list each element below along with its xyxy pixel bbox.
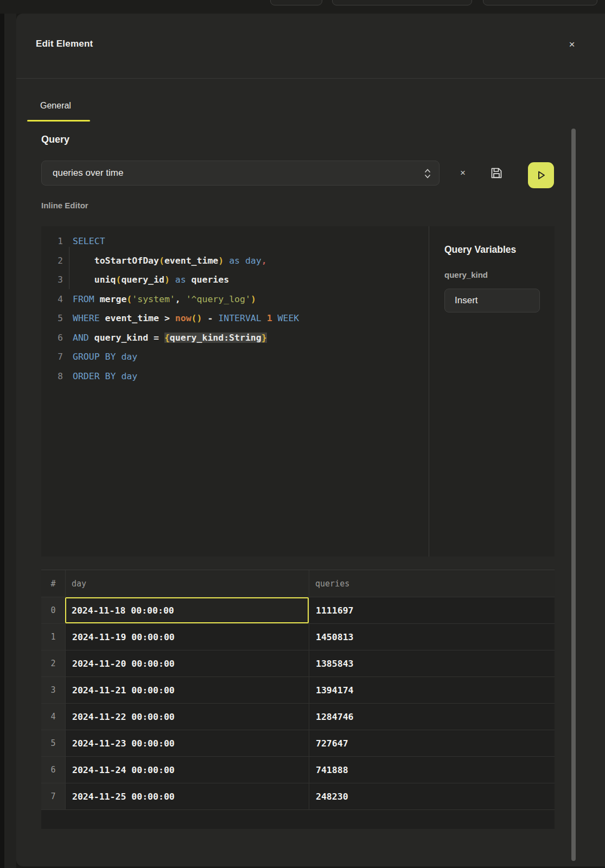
queries-cell[interactable]: 248230 xyxy=(309,783,555,809)
code-line[interactable]: 7GROUP BY day xyxy=(41,347,429,367)
row-index-cell: 7 xyxy=(41,783,65,809)
day-cell[interactable]: 2024-11-24 00:00:00 xyxy=(65,757,309,783)
modal-scrollbar[interactable] xyxy=(571,129,576,861)
row-index-cell: 6 xyxy=(41,757,65,783)
row-index-cell: 2 xyxy=(41,650,65,676)
code-line[interactable]: 5WHERE event_time > now() - INTERVAL 1 W… xyxy=(41,309,429,328)
query-variables-panel: Query Variables query_kind Insert xyxy=(429,226,555,557)
code-text: WHERE event_time > now() - INTERVAL 1 WE… xyxy=(63,313,299,323)
sql-editor: 1SELECT2 toStartOfDay(event_time) as day… xyxy=(41,226,555,557)
day-cell[interactable]: 2024-11-19 00:00:00 xyxy=(65,624,309,650)
code-text: AND query_kind = {query_kind:String} xyxy=(63,333,267,343)
table-row: 02024-11-18 00:00:001111697 xyxy=(41,597,555,624)
code-line[interactable]: 6AND query_kind = {query_kind:String} xyxy=(41,328,429,348)
row-index-cell: 3 xyxy=(41,677,65,703)
day-cell[interactable]: 2024-11-23 00:00:00 xyxy=(65,730,309,756)
code-text: FROM merge('system', '^query_log') xyxy=(63,294,256,304)
modal-title: Edit Element xyxy=(36,39,93,49)
line-number: 4 xyxy=(41,294,63,304)
queries-cell[interactable]: 727647 xyxy=(309,730,555,756)
insert-button-label: Insert xyxy=(455,295,478,306)
code-line[interactable]: 8ORDER BY day xyxy=(41,367,429,386)
table-row: 52024-11-23 00:00:00727647 xyxy=(41,730,555,757)
background-toolbar-button xyxy=(483,0,597,5)
row-index-cell: 1 xyxy=(41,624,65,650)
clear-query-icon[interactable]: × xyxy=(457,167,469,179)
results-table-header: # day queries xyxy=(41,570,555,597)
table-row: 72024-11-25 00:00:00248230 xyxy=(41,783,555,810)
line-number: 8 xyxy=(41,371,63,381)
queries-cell[interactable]: 1385843 xyxy=(309,650,555,676)
save-icon[interactable] xyxy=(489,166,504,180)
tab-general-label: General xyxy=(40,101,71,111)
line-number: 5 xyxy=(41,313,63,323)
table-row: 42024-11-22 00:00:001284746 xyxy=(41,704,555,730)
run-query-button[interactable] xyxy=(528,162,554,188)
code-text: uniq(query_id) as queries xyxy=(63,275,229,285)
code-text: SELECT xyxy=(63,236,105,246)
table-row: 22024-11-20 00:00:001385843 xyxy=(41,650,555,677)
code-line[interactable]: 1SELECT xyxy=(41,232,429,251)
indent-guide xyxy=(69,247,69,289)
code-line[interactable]: 3 uniq(query_id) as queries xyxy=(41,270,429,290)
inline-editor-label: Inline Editor xyxy=(41,201,88,210)
column-header-queries: queries xyxy=(309,570,555,597)
line-number: 1 xyxy=(41,236,63,246)
sql-code-area[interactable]: 1SELECT2 toStartOfDay(event_time) as day… xyxy=(41,226,429,557)
queries-cell[interactable]: 1450813 xyxy=(309,624,555,650)
code-line[interactable]: 2 toStartOfDay(event_time) as day, xyxy=(41,251,429,271)
line-number: 7 xyxy=(41,352,63,362)
column-header-day: day xyxy=(65,570,309,597)
results-table-body: 02024-11-18 00:00:00111169712024-11-19 0… xyxy=(41,597,555,810)
edit-element-modal: Edit Element × General Query queries ove… xyxy=(16,14,605,866)
day-cell-selected[interactable]: 2024-11-18 00:00:00 xyxy=(65,597,309,623)
code-text: toStartOfDay(event_time) as day, xyxy=(63,256,267,266)
query-select[interactable]: queries over time xyxy=(41,161,440,186)
code-text: GROUP BY day xyxy=(63,352,137,362)
queries-cell[interactable]: 1394174 xyxy=(309,677,555,703)
modal-header: Edit Element × xyxy=(16,14,605,79)
tab-general[interactable]: General xyxy=(27,90,84,122)
day-cell[interactable]: 2024-11-21 00:00:00 xyxy=(65,677,309,703)
queries-cell[interactable]: 1111697 xyxy=(309,597,555,623)
page-background xyxy=(4,14,16,868)
query-variables-heading: Query Variables xyxy=(444,244,540,256)
background-toolbar-button xyxy=(332,0,472,5)
screen: Edit Element × General Query queries ove… xyxy=(0,0,605,868)
query-select-value: queries over time xyxy=(53,168,424,178)
row-index-cell: 4 xyxy=(41,704,65,730)
query-section-heading: Query xyxy=(41,134,69,145)
day-cell[interactable]: 2024-11-25 00:00:00 xyxy=(65,783,309,809)
results-table: # day queries 02024-11-18 00:00:00111169… xyxy=(41,570,555,829)
code-line[interactable]: 4FROM merge('system', '^query_log') xyxy=(41,290,429,309)
page-edge xyxy=(0,14,4,868)
tab-active-indicator xyxy=(27,120,90,122)
queries-cell[interactable]: 741888 xyxy=(309,757,555,783)
day-cell[interactable]: 2024-11-20 00:00:00 xyxy=(65,650,309,676)
variable-name-label: query_kind xyxy=(444,270,540,279)
table-row: 62024-11-24 00:00:00741888 xyxy=(41,757,555,783)
close-icon[interactable]: × xyxy=(565,37,579,52)
column-header-index: # xyxy=(41,570,65,597)
code-text: ORDER BY day xyxy=(63,371,137,381)
day-cell[interactable]: 2024-11-22 00:00:00 xyxy=(65,704,309,730)
row-index-cell: 5 xyxy=(41,730,65,756)
background-toolbar xyxy=(0,0,605,14)
chevron-updown-icon xyxy=(424,167,431,179)
table-row: 12024-11-19 00:00:001450813 xyxy=(41,624,555,650)
background-toolbar-button xyxy=(270,0,322,5)
table-row: 32024-11-21 00:00:001394174 xyxy=(41,677,555,704)
line-number: 2 xyxy=(41,256,63,266)
line-number: 6 xyxy=(41,333,63,343)
row-index-cell: 0 xyxy=(41,597,65,623)
insert-variable-button[interactable]: Insert xyxy=(444,289,540,312)
play-icon xyxy=(536,170,546,181)
queries-cell[interactable]: 1284746 xyxy=(309,704,555,730)
line-number: 3 xyxy=(41,275,63,285)
